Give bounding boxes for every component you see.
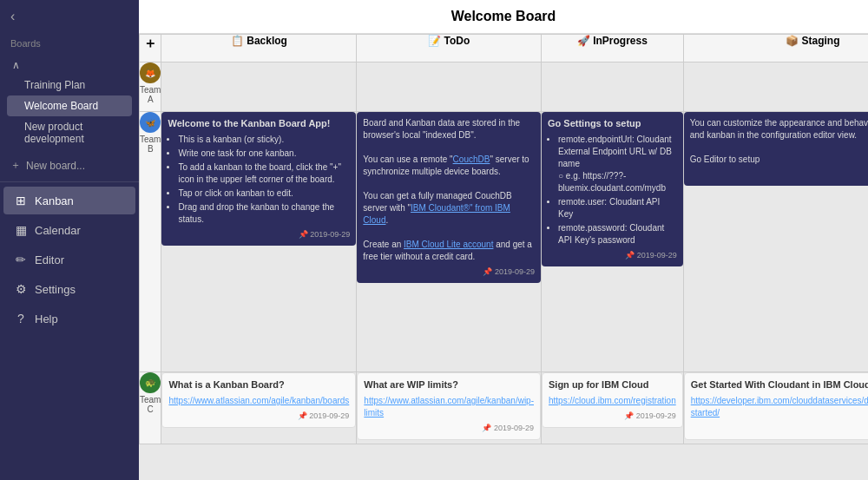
avatar: 🦋: [140, 112, 161, 133]
team-b-backlog-cell[interactable]: Welcome to the Kanban Board App! This is…: [161, 112, 357, 372]
kanban-card[interactable]: What are WIP limits? https://www.atlassi…: [357, 372, 541, 440]
card-body: remote.endpointUrl: Cloudant External En…: [548, 134, 677, 247]
kanban-card[interactable]: Go Settings to setup remote.endpointUrl:…: [542, 112, 683, 266]
sidebar-item-kanban[interactable]: ⊞ Kanban: [3, 187, 135, 214]
kanban-card[interactable]: Sign up for IBM Cloud https://cloud.ibm.…: [542, 372, 683, 428]
card-timestamp: 📌 2019-09-29: [168, 229, 350, 240]
card-timestamp: 📌 2019-09-29: [690, 169, 868, 181]
card-link[interactable]: https://developer.ibm.com/clouddataservi…: [691, 396, 868, 418]
card-link[interactable]: https://cloud.ibm.com/registration: [549, 396, 676, 405]
sidebar: ‹ Boards ∧ Training Plan Welcome Board N…: [0, 0, 139, 480]
card-body: https://www.atlassian.com/agile/kanban/b…: [168, 395, 349, 407]
card-body: Board and Kanban data are stored in the …: [363, 117, 535, 263]
sidebar-item-settings[interactable]: ⚙ Settings: [3, 275, 135, 303]
kanban-icon: ⊞: [14, 194, 28, 207]
team-a-backlog-cell[interactable]: [161, 62, 357, 112]
col-header-staging: 📦 Staging: [683, 35, 868, 62]
page-header: Welcome Board: [139, 0, 868, 34]
card-link[interactable]: https://www.atlassian.com/agile/kanban/w…: [364, 396, 534, 418]
kanban-card[interactable]: What is a Kanban Board? https://www.atla…: [161, 372, 356, 428]
board-group-toggle[interactable]: ∧: [7, 56, 132, 75]
main-content: Welcome Board ＋ 📋 Backlog 📝 ToDo 🚀 InPro…: [139, 0, 868, 480]
col-header-todo: 📝 ToDo: [357, 35, 542, 62]
add-column-button[interactable]: ＋: [140, 35, 161, 62]
card-body: https://cloud.ibm.com/registration: [549, 395, 676, 407]
col-header-backlog: 📋 Backlog: [161, 35, 357, 62]
table-row: 🐢 Team C What is a Kanban Board? https:/…: [140, 372, 869, 444]
card-timestamp: 📌 2019-09-29: [548, 250, 677, 261]
team-c-backlog-cell[interactable]: What is a Kanban Board? https://www.atla…: [161, 372, 357, 444]
avatar: 🐢: [140, 372, 161, 393]
new-board-button[interactable]: ＋ New board...: [0, 153, 139, 178]
board-area[interactable]: ＋ 📋 Backlog 📝 ToDo 🚀 InProgress 📦 Stagin…: [139, 34, 868, 480]
team-b-staging-cell[interactable]: You can customize the appearance and beh…: [683, 112, 868, 372]
col-header-inprogress: 🚀 InProgress: [542, 35, 684, 62]
card-title: Go Settings to setup: [548, 117, 677, 130]
kanban-card[interactable]: Welcome to the Kanban Board App! This is…: [161, 112, 356, 246]
card-title: What is a Kanban Board?: [168, 378, 349, 391]
card-timestamp: 📌 2019-09-29: [691, 423, 868, 434]
sidebar-item-new-product[interactable]: New product development: [7, 116, 132, 149]
table-row: 🦊 Team A Release Kanban board app v0.0.1…: [140, 62, 869, 112]
team-b-todo-cell[interactable]: Board and Kanban data are stored in the …: [357, 112, 542, 372]
kanban-board: ＋ 📋 Backlog 📝 ToDo 🚀 InProgress 📦 Stagin…: [139, 34, 868, 444]
card-title: What are WIP limits?: [364, 378, 534, 391]
avatar: 🦊: [140, 62, 161, 83]
card-timestamp: 📌 2019-09-29: [168, 411, 349, 422]
team-c-label: 🐢 Team C: [140, 372, 161, 444]
team-b-inprogress-cell[interactable]: Go Settings to setup remote.endpointUrl:…: [542, 112, 684, 372]
card-title: Welcome to the Kanban Board App!: [168, 117, 350, 130]
team-c-inprogress-cell[interactable]: Sign up for IBM Cloud https://cloud.ibm.…: [542, 372, 684, 444]
kanban-card[interactable]: You can customize the appearance and beh…: [684, 112, 868, 186]
plus-icon: ＋: [10, 158, 21, 173]
card-link[interactable]: https://www.atlassian.com/agile/kanban/b…: [168, 396, 349, 405]
team-c-staging-cell[interactable]: Get Started With Cloudant in IBM Cloud h…: [683, 372, 868, 444]
kanban-card[interactable]: Get Started With Cloudant in IBM Cloud h…: [684, 372, 868, 440]
team-b-label: 🦋 Team B: [140, 112, 161, 372]
chevron-up-icon: ∧: [12, 59, 20, 71]
help-icon: ?: [14, 312, 28, 325]
sidebar-item-welcome-board[interactable]: Welcome Board: [7, 95, 132, 116]
settings-icon: ⚙: [14, 282, 28, 296]
page-title: Welcome Board: [451, 9, 556, 23]
card-body: https://www.atlassian.com/agile/kanban/w…: [364, 395, 534, 419]
kanban-card[interactable]: Board and Kanban data are stored in the …: [357, 112, 541, 283]
team-a-label: 🦊 Team A: [140, 62, 161, 112]
card-timestamp: 📌 2019-09-29: [364, 423, 534, 434]
team-a-inprogress-cell[interactable]: [542, 62, 684, 112]
team-a-staging-cell[interactable]: [683, 62, 868, 112]
team-c-todo-cell[interactable]: What are WIP limits? https://www.atlassi…: [357, 372, 542, 444]
card-body: https://developer.ibm.com/clouddataservi…: [691, 395, 868, 419]
boards-label: Boards: [0, 33, 139, 52]
card-title: Sign up for IBM Cloud: [549, 378, 676, 391]
card-body: This is a kanban (or sticky). Write one …: [168, 134, 350, 226]
card-timestamp: 📌 2019-09-29: [549, 411, 676, 422]
sidebar-back-button[interactable]: ‹: [0, 0, 139, 33]
board-group: ∧ Training Plan Welcome Board New produc…: [0, 52, 139, 153]
sidebar-item-editor[interactable]: ✏ Editor: [3, 246, 135, 273]
sidebar-divider: [0, 181, 139, 182]
editor-icon: ✏: [14, 253, 28, 266]
card-body: You can customize the appearance and beh…: [690, 117, 868, 166]
sidebar-item-training-plan[interactable]: Training Plan: [7, 75, 132, 95]
calendar-icon: ▦: [14, 223, 28, 237]
team-a-todo-cell[interactable]: [357, 62, 542, 112]
sidebar-item-calendar[interactable]: ▦ Calendar: [3, 216, 135, 244]
table-row: 🦋 Team B Welcome to the Kanban Board App…: [140, 112, 869, 372]
sidebar-item-help[interactable]: ? Help: [3, 305, 135, 332]
card-title: Get Started With Cloudant in IBM Cloud: [691, 378, 868, 391]
card-timestamp: 📌 2019-09-29: [363, 266, 535, 278]
